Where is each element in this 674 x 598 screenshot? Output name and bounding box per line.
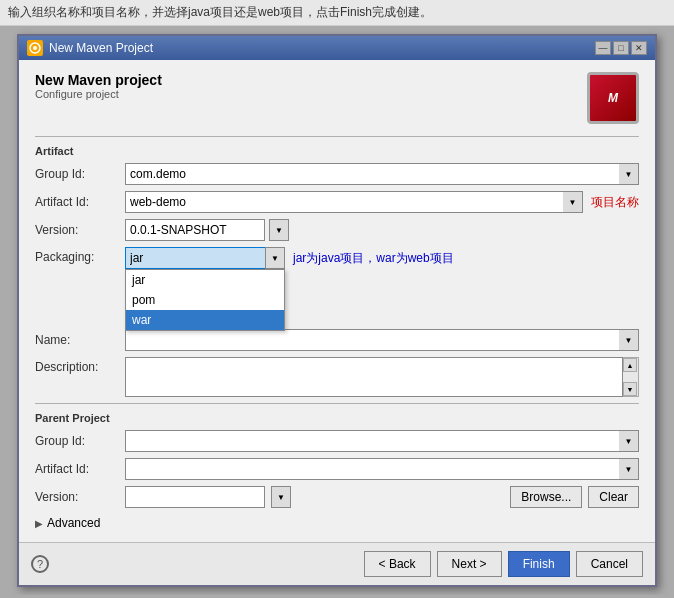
version-label: Version: xyxy=(35,223,125,237)
artifact-id-container: ▼ xyxy=(125,191,583,213)
parent-version-input[interactable] xyxy=(125,486,265,508)
packaging-input-row: ▼ xyxy=(125,247,285,269)
titlebar-left: New Maven Project xyxy=(27,40,153,56)
artifact-id-annotation: 项目名称 xyxy=(591,194,639,211)
next-button[interactable]: Next > xyxy=(437,551,502,577)
artifact-id-input[interactable] xyxy=(125,191,583,213)
help-button[interactable]: ? xyxy=(31,555,49,573)
parent-section-label: Parent Project xyxy=(35,412,639,424)
parent-artifact-id-dropdown-arrow[interactable]: ▼ xyxy=(619,458,639,480)
back-button[interactable]: < Back xyxy=(364,551,431,577)
dialog-header-subtitle: Configure project xyxy=(35,88,162,100)
header-text: New Maven project Configure project xyxy=(35,72,162,100)
description-row: Description: ▲ ▼ xyxy=(35,357,639,397)
titlebar-controls: — □ ✕ xyxy=(595,41,647,55)
close-button[interactable]: ✕ xyxy=(631,41,647,55)
dialog-header-title: New Maven project xyxy=(35,72,162,88)
dialog-header: New Maven project Configure project M xyxy=(35,72,639,124)
version-input[interactable] xyxy=(125,219,265,241)
clear-button[interactable]: Clear xyxy=(588,486,639,508)
packaging-annotation: jar为java项目，war为web项目 xyxy=(293,250,454,267)
description-container: ▲ ▼ xyxy=(125,357,639,397)
instruction-bar: 输入组织名称和项目名称，并选择java项目还是web项目，点击Finish完成创… xyxy=(0,0,674,26)
divider-1 xyxy=(35,136,639,137)
packaging-row: Packaging: ▼ jar pom war jar为java项目，war为… xyxy=(35,247,639,269)
advanced-section[interactable]: ▶ Advanced xyxy=(35,516,639,530)
packaging-container: ▼ jar pom war xyxy=(125,247,285,269)
dialog-body: New Maven project Configure project M Ar… xyxy=(19,60,655,542)
name-row: Name: ▼ xyxy=(35,329,639,351)
packaging-option-war[interactable]: war xyxy=(126,310,284,330)
maven-logo-letter: M xyxy=(608,91,618,105)
parent-artifact-id-row: Artifact Id: ▼ xyxy=(35,458,639,480)
maximize-button[interactable]: □ xyxy=(613,41,629,55)
packaging-option-jar[interactable]: jar xyxy=(126,270,284,290)
packaging-input[interactable] xyxy=(125,247,265,269)
footer-left: ? xyxy=(31,555,49,573)
maven-logo: M xyxy=(587,72,639,124)
parent-artifact-id-label: Artifact Id: xyxy=(35,462,125,476)
artifact-id-dropdown-arrow[interactable]: ▼ xyxy=(563,191,583,213)
artifact-id-row: Artifact Id: ▼ 项目名称 xyxy=(35,191,639,213)
scroll-track xyxy=(623,372,638,382)
dialog-icon xyxy=(27,40,43,56)
packaging-dropdown: jar pom war xyxy=(125,269,285,331)
group-id-dropdown-arrow[interactable]: ▼ xyxy=(619,163,639,185)
browse-button[interactable]: Browse... xyxy=(510,486,582,508)
group-id-container: ▼ xyxy=(125,163,639,185)
advanced-arrow-icon: ▶ xyxy=(35,518,43,529)
version-container: ▼ xyxy=(125,219,289,241)
name-container: ▼ xyxy=(125,329,639,351)
footer-buttons: < Back Next > Finish Cancel xyxy=(364,551,643,577)
dialog-title: New Maven Project xyxy=(49,41,153,55)
name-label: Name: xyxy=(35,333,125,347)
parent-version-row: Version: ▼ Browse... Clear xyxy=(35,486,639,508)
artifact-id-label: Artifact Id: xyxy=(35,195,125,209)
artifact-section-label: Artifact xyxy=(35,145,639,157)
finish-button[interactable]: Finish xyxy=(508,551,570,577)
version-row: Version: ▼ xyxy=(35,219,639,241)
name-dropdown-arrow[interactable]: ▼ xyxy=(619,329,639,351)
svg-point-1 xyxy=(33,46,37,50)
description-label: Description: xyxy=(35,360,125,374)
dialog-titlebar: New Maven Project — □ ✕ xyxy=(19,36,655,60)
parent-group-id-dropdown-arrow[interactable]: ▼ xyxy=(619,430,639,452)
advanced-label: Advanced xyxy=(47,516,100,530)
version-dropdown-btn[interactable]: ▼ xyxy=(269,219,289,241)
parent-group-id-row: Group Id: ▼ xyxy=(35,430,639,452)
scroll-up-btn[interactable]: ▲ xyxy=(623,358,637,372)
packaging-dropdown-btn[interactable]: ▼ xyxy=(265,247,285,269)
dialog-footer: ? < Back Next > Finish Cancel xyxy=(19,542,655,585)
minimize-button[interactable]: — xyxy=(595,41,611,55)
packaging-option-pom[interactable]: pom xyxy=(126,290,284,310)
description-scrollbar[interactable]: ▲ ▼ xyxy=(623,357,639,397)
parent-group-id-label: Group Id: xyxy=(35,434,125,448)
scroll-down-btn[interactable]: ▼ xyxy=(623,382,637,396)
parent-version-dropdown-btn[interactable]: ▼ xyxy=(271,486,291,508)
new-maven-project-dialog: New Maven Project — □ ✕ New Maven projec… xyxy=(17,34,657,587)
parent-version-label: Version: xyxy=(35,490,125,504)
parent-artifact-id-container: ▼ xyxy=(125,458,639,480)
parent-artifact-id-input[interactable] xyxy=(125,458,639,480)
group-id-label: Group Id: xyxy=(35,167,125,181)
packaging-label: Packaging: xyxy=(35,250,125,264)
name-input[interactable] xyxy=(125,329,639,351)
cancel-button[interactable]: Cancel xyxy=(576,551,643,577)
group-id-input[interactable] xyxy=(125,163,639,185)
parent-version-controls: ▼ xyxy=(125,486,291,508)
parent-group-id-container: ▼ xyxy=(125,430,639,452)
group-id-row: Group Id: ▼ xyxy=(35,163,639,185)
description-textarea[interactable] xyxy=(125,357,623,397)
divider-2 xyxy=(35,403,639,404)
parent-group-id-input[interactable] xyxy=(125,430,639,452)
instruction-text: 输入组织名称和项目名称，并选择java项目还是web项目，点击Finish完成创… xyxy=(8,5,432,19)
